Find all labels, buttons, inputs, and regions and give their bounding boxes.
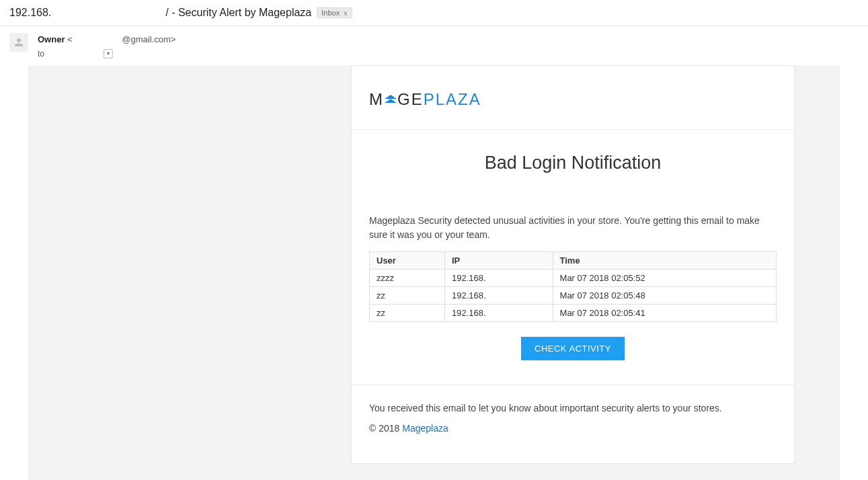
cell-ip: 192.168. [444, 286, 553, 304]
mageplaza-logo: M GE PLAZA [369, 90, 481, 109]
footer-link-mageplaza[interactable]: Mageplaza [402, 423, 448, 434]
footer-copyright: © 2018 [369, 423, 402, 434]
col-ip: IP [444, 251, 553, 269]
table-row: zzzz 192.168. Mar 07 2018 02:05:52 [370, 269, 777, 286]
col-user: User [370, 251, 445, 269]
check-activity-button[interactable]: CHECK ACTIVITY [521, 337, 625, 360]
email-body-background: M GE PLAZA Bad Login Notification Magepl… [28, 65, 840, 481]
subject-text: / - Security Alert by Mageplaza [165, 7, 311, 19]
sender-name: Owner [38, 34, 65, 44]
inbox-chip[interactable]: Inbox x [317, 7, 352, 18]
person-icon [13, 36, 25, 48]
content-block: Bad Login Notification Mageplaza Securit… [352, 130, 794, 385]
footer-note: You received this email to let you know … [369, 403, 777, 413]
cell-user: zz [370, 286, 445, 304]
logo-tail: PLAZA [424, 90, 481, 109]
subject-bar: 192.168. / - Security Alert by Mageplaza… [0, 0, 868, 26]
cell-user: zzzz [370, 269, 445, 286]
sender-bracket: < [67, 34, 75, 44]
col-time: Time [553, 251, 776, 269]
cell-time: Mar 07 2018 02:05:41 [553, 304, 776, 321]
sender-row: Owner < @gmail.com> to ▾ [0, 26, 868, 65]
cell-ip: 192.168. [444, 269, 553, 286]
recipient-dropdown[interactable]: ▾ [104, 49, 113, 58]
subject-prefix: 192.168. [9, 7, 51, 19]
email-card: M GE PLAZA Bad Login Notification Magepl… [351, 65, 795, 464]
cell-time: Mar 07 2018 02:05:48 [553, 286, 776, 304]
avatar [9, 33, 28, 52]
page-title: Bad Login Notification [369, 153, 777, 173]
login-attempts-table: User IP Time zzzz 192.168. Mar 07 2018 0… [369, 251, 777, 322]
table-row: zz 192.168. Mar 07 2018 02:05:41 [370, 304, 777, 321]
brand-header: M GE PLAZA [352, 66, 794, 130]
cell-time: Mar 07 2018 02:05:52 [553, 269, 776, 286]
close-icon[interactable]: x [344, 9, 348, 17]
recipient-to-label: to [38, 48, 44, 60]
logo-roof-icon [385, 95, 397, 104]
logo-mid: GE [397, 90, 424, 109]
footer-block: You received this email to let you know … [352, 385, 794, 463]
table-row: zz 192.168. Mar 07 2018 02:05:48 [370, 286, 777, 304]
logo-letter-m: M [369, 90, 384, 109]
sender-email: @gmail.com> [122, 34, 175, 44]
inbox-chip-label: Inbox [321, 9, 340, 17]
description-text: Mageplaza Security detected unusual acti… [369, 214, 777, 242]
cell-user: zz [370, 304, 445, 321]
cell-ip: 192.168. [444, 304, 553, 321]
